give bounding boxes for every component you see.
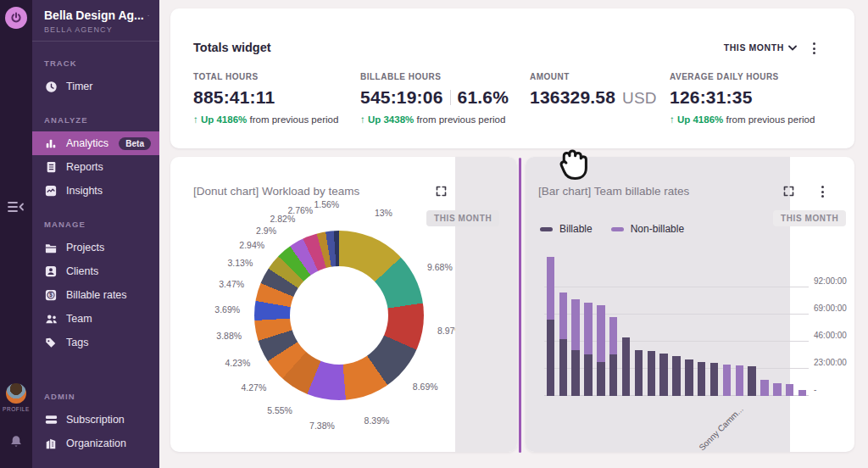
bar[interactable]: [798, 390, 807, 396]
bar[interactable]: [723, 365, 732, 396]
chevron-down-icon: [788, 45, 797, 51]
bar[interactable]: [635, 350, 643, 396]
legend-item-non-billable: Non-billable: [611, 223, 684, 235]
donut-slice-label: 3.69%: [214, 304, 240, 315]
bar[interactable]: [760, 380, 769, 396]
bar[interactable]: [748, 366, 756, 396]
donut-slice-label: 7.38%: [309, 421, 335, 431]
sidebar-item-team[interactable]: Team: [32, 307, 159, 331]
bar[interactable]: [571, 299, 580, 396]
client-card-icon: [44, 265, 58, 278]
billable-segment: [571, 350, 580, 396]
sidebar-item-clients[interactable]: Clients: [32, 259, 159, 283]
dollar-icon: $: [44, 288, 58, 302]
donut-slice-label: 3.47%: [219, 279, 244, 289]
legend-label: Billable: [559, 223, 593, 235]
bar-period-badge[interactable]: THIS MONTH: [773, 210, 846, 226]
donut-slice-label: 9.68%: [427, 262, 453, 272]
bar[interactable]: [685, 359, 693, 396]
non-billable-segment: [571, 299, 580, 350]
bar[interactable]: [622, 337, 631, 396]
collapse-sidebar-icon: [7, 198, 25, 215]
billable-segment: [698, 362, 706, 396]
sidebar-collapse-button[interactable]: [7, 198, 25, 215]
sidebar-item-label: Analytics: [66, 137, 108, 149]
sidebar-item-reports[interactable]: Reports: [32, 155, 159, 179]
billable-segment: [648, 351, 656, 396]
bar[interactable]: [698, 362, 706, 396]
stat-delta: ↑ Up 4186% from previous period: [193, 114, 338, 125]
totals-period-label: THIS MONTH: [724, 42, 784, 53]
bar[interactable]: [547, 257, 555, 396]
workspace-org: BELLA AGENCY: [44, 25, 149, 34]
bar[interactable]: [710, 363, 719, 396]
billable-segment: [635, 350, 643, 396]
workspace-name: Bella Design Ag...: [44, 8, 144, 22]
expand-widget-button[interactable]: [435, 185, 448, 198]
billable-segment: [685, 359, 693, 396]
sidebar-item-projects[interactable]: Projects: [32, 236, 159, 259]
avatar: [6, 383, 26, 404]
sidebar-item-analytics[interactable]: Analytics Beta: [32, 131, 159, 155]
organization-building-icon: [44, 437, 58, 450]
bar[interactable]: [659, 354, 668, 396]
sidebar-item-label: Reports: [66, 161, 103, 173]
billable-swatch: [540, 227, 553, 231]
stat-delta: ↑ Up 3438% from previous period: [360, 114, 509, 125]
sidebar-item-billable-rates[interactable]: $ Billable rates: [32, 283, 159, 307]
expand-icon: [435, 185, 448, 198]
bar[interactable]: [672, 356, 681, 396]
bar[interactable]: [648, 351, 656, 396]
bar[interactable]: [736, 365, 744, 396]
donut-period-badge[interactable]: THIS MONTH: [426, 210, 499, 226]
left-rail: PROFILE: [0, 0, 32, 468]
donut-slice-label: 4.27%: [242, 382, 267, 393]
billable-segment: [597, 362, 605, 396]
stat-value-percent: 61.6%: [458, 87, 509, 108]
notifications-button[interactable]: [8, 434, 24, 449]
bar[interactable]: [609, 317, 618, 396]
analytics-icon: [44, 136, 58, 150]
sidebar-item-insights[interactable]: Insights: [32, 179, 159, 203]
expand-widget-button[interactable]: [782, 185, 796, 198]
stat-label: AMOUNT: [530, 72, 657, 81]
stat-billable-hours: BILLABLE HOURS 545:19:06 61.6% ↑ Up 3438…: [360, 72, 509, 125]
stat-currency: USD: [622, 89, 657, 108]
bar[interactable]: [597, 305, 605, 396]
app-logo-button[interactable]: [5, 7, 27, 29]
bar[interactable]: [773, 383, 782, 396]
non-billable-segment: [723, 365, 732, 396]
sidebar-item-timer[interactable]: Timer: [32, 75, 159, 98]
totals-widget-title: Totals widget: [193, 41, 271, 54]
bar[interactable]: [584, 303, 593, 396]
non-billable-segment: [798, 390, 807, 396]
sidebar-item-tags[interactable]: Tags: [32, 331, 159, 354]
totals-period-selector[interactable]: THIS MONTH: [724, 42, 797, 53]
stat-value: 545:19:06: [360, 87, 443, 108]
insights-icon: [44, 184, 58, 198]
section-label-admin: ADMIN: [32, 392, 159, 401]
bar[interactable]: [786, 384, 794, 396]
donut-slice-label: 13%: [375, 208, 392, 218]
billable-segment: [710, 363, 719, 396]
sidebar-item-organization[interactable]: Organization: [32, 432, 159, 455]
bar-widget-menu-button[interactable]: [815, 184, 829, 199]
beta-badge: Beta: [119, 137, 151, 150]
workspace-switcher[interactable]: Bella Design Ag... BELLA AGENCY: [32, 0, 159, 42]
sidebar-item-label: Clients: [66, 265, 98, 277]
donut-slice-label: 3.13%: [228, 258, 253, 268]
bar-chart-legend: Billable Non-billable: [540, 223, 684, 235]
stat-label: BILLABLE HOURS: [360, 72, 509, 81]
bell-icon: [8, 434, 24, 449]
bar[interactable]: [559, 292, 568, 396]
y-axis-tick-label: 92:00:00: [814, 276, 847, 286]
stat-label: AVERAGE DAILY HOURS: [670, 72, 815, 81]
section-label-track: TRACK: [32, 58, 159, 68]
billable-segment: [547, 320, 555, 396]
non-billable-segment: [584, 303, 593, 354]
donut-chart-title: [Donut chart] Workload by teams: [193, 185, 359, 198]
profile-button[interactable]: PROFILE: [0, 383, 32, 412]
totals-menu-button[interactable]: [807, 41, 821, 56]
sidebar-item-subscription[interactable]: Subscription: [32, 408, 159, 432]
donut-slice-label: 8.69%: [413, 382, 438, 392]
